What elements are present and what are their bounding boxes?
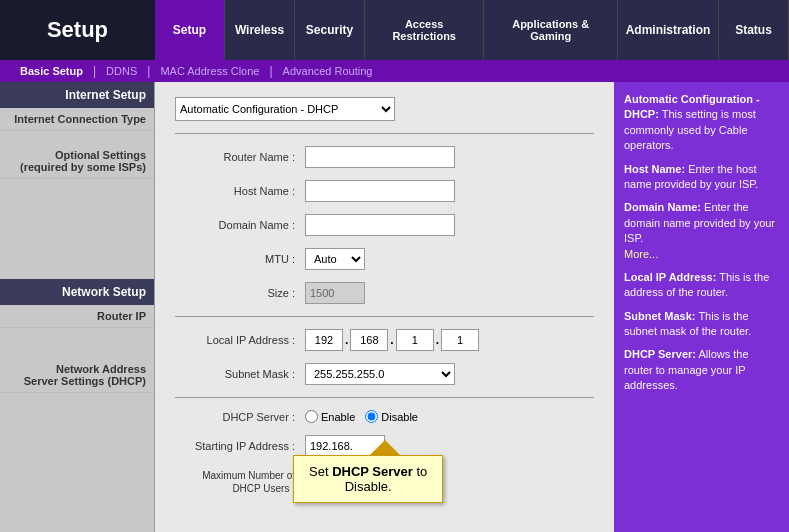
tab-administration[interactable]: Administration (618, 0, 719, 60)
dhcp-radio-group: Enable Disable (305, 410, 418, 423)
local-ip-octet-3[interactable] (396, 329, 434, 351)
host-name-input[interactable] (305, 180, 455, 202)
help-panel: Automatic Configuration - DHCP: This set… (614, 82, 789, 532)
divider-3 (175, 397, 594, 398)
dhcp-disable-label[interactable]: Disable (365, 410, 418, 423)
local-ip-octet-1[interactable] (305, 329, 343, 351)
help-more-link[interactable]: More... (624, 248, 658, 260)
subnet-row: Subnet Mask : 255.255.255.0 255.255.0.0 … (175, 361, 594, 387)
router-name-row: Router Name : (175, 144, 594, 170)
tab-setup[interactable]: Setup (155, 0, 225, 60)
dhcp-enable-radio[interactable] (305, 410, 318, 423)
sidebar-item-dhcp-settings: Network Address Server Settings (DHCP) (0, 358, 154, 393)
connection-type-select[interactable]: Automatic Configuration - DHCP Static IP… (175, 97, 395, 121)
host-name-label: Host Name : (175, 185, 305, 197)
tab-wireless[interactable]: Wireless (225, 0, 295, 60)
subtab-mac[interactable]: MAC Address Clone (150, 65, 269, 77)
max-dhcp-label: Maximum Number of DHCP Users : (175, 469, 305, 495)
size-input (305, 282, 365, 304)
domain-name-label: Domain Name : (175, 219, 305, 231)
subtab-basic[interactable]: Basic Setup (10, 65, 93, 77)
app-logo: Setup (47, 17, 108, 43)
local-ip-field: . . . (305, 329, 479, 351)
sidebar-section-network: Network Setup (0, 279, 154, 305)
router-name-input[interactable] (305, 146, 455, 168)
size-label: Size : (175, 287, 305, 299)
subtab-routing[interactable]: Advanced Routing (273, 65, 383, 77)
size-row: Size : (175, 280, 594, 306)
divider-2 (175, 316, 594, 317)
domain-name-row: Domain Name : (175, 212, 594, 238)
local-ip-row: Local IP Address : . . . (175, 327, 594, 353)
tooltip-arrow (370, 440, 400, 455)
dhcp-disable-radio[interactable] (365, 410, 378, 423)
sub-nav: Basic Setup | DDNS | MAC Address Clone |… (0, 60, 789, 82)
divider-1 (175, 133, 594, 134)
host-name-row: Host Name : (175, 178, 594, 204)
help-dhcp: Automatic Configuration - DHCP: This set… (624, 92, 779, 154)
sidebar-item-router-ip: Router IP (0, 305, 154, 328)
tab-access-restrictions[interactable]: Access Restrictions (365, 0, 484, 60)
subnet-label: Subnet Mask : (175, 368, 305, 380)
nav-area: Setup Wireless Security Access Restricti… (155, 0, 789, 60)
dhcp-server-label: DHCP Server : (175, 411, 305, 423)
sidebar-item-optional: Optional Settings (required by some ISPs… (0, 141, 154, 179)
help-dhcp-server: DHCP Server: Allows the router to manage… (624, 347, 779, 393)
tab-status[interactable]: Status (719, 0, 789, 60)
mtu-select[interactable]: Auto Manual (305, 248, 365, 270)
local-ip-label: Local IP Address : (175, 334, 305, 346)
help-host: Host Name: Enter the host name provided … (624, 162, 779, 193)
subnet-select[interactable]: 255.255.255.0 255.255.0.0 255.0.0.0 (305, 363, 455, 385)
connection-type-row: Automatic Configuration - DHCP Static IP… (175, 97, 594, 121)
mtu-label: MTU : (175, 253, 305, 265)
help-domain: Domain Name: Enter the domain name provi… (624, 200, 779, 262)
help-local-ip: Local IP Address: This is the address of… (624, 270, 779, 301)
subtab-ddns[interactable]: DDNS (96, 65, 147, 77)
dhcp-server-row: DHCP Server : Enable Disable (175, 408, 594, 425)
local-ip-octet-2[interactable] (350, 329, 388, 351)
mtu-row: MTU : Auto Manual (175, 246, 594, 272)
sidebar: Internet Setup Internet Connection Type … (0, 82, 155, 532)
local-ip-octet-4[interactable] (441, 329, 479, 351)
tab-security[interactable]: Security (295, 0, 365, 60)
domain-name-input[interactable] (305, 214, 455, 236)
logo-area: Setup (0, 0, 155, 60)
router-name-label: Router Name : (175, 151, 305, 163)
sidebar-section-internet: Internet Setup (0, 82, 154, 108)
tooltip: Set DHCP Server to Disable. (293, 455, 443, 503)
tab-applications-gaming[interactable]: Applications & Gaming (484, 0, 618, 60)
nav-tabs: Setup Wireless Security Access Restricti… (155, 0, 789, 60)
help-subnet: Subnet Mask: This is the subnet mask of … (624, 309, 779, 340)
starting-ip-label: Starting IP Address : (175, 440, 305, 452)
sidebar-item-internet-connection-type: Internet Connection Type (0, 108, 154, 131)
dhcp-enable-label[interactable]: Enable (305, 410, 355, 423)
